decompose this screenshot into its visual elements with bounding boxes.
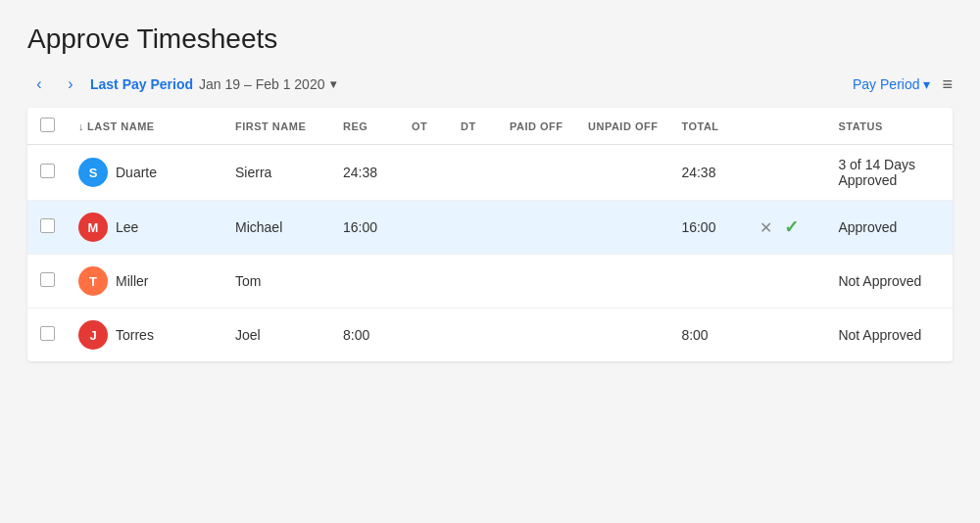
paid-off-cell <box>498 201 576 255</box>
period-selector[interactable]: Last Pay Period Jan 19 – Feb 1 2020 ▾ <box>90 76 336 92</box>
dt-cell <box>449 309 498 362</box>
unpaid-off-cell <box>576 309 669 362</box>
row-checkbox[interactable] <box>40 272 55 287</box>
approve-icon[interactable]: ✓ <box>784 216 799 238</box>
last-name-value: Torres <box>116 327 154 343</box>
next-period-button[interactable]: › <box>59 72 82 96</box>
first-name-cell: Tom <box>223 255 331 309</box>
total-header: TOTAL <box>669 108 748 145</box>
row-checkbox[interactable] <box>40 218 55 233</box>
unpaid-off-cell <box>576 255 669 309</box>
row-checkbox-cell <box>27 309 67 362</box>
page-container: Approve Timesheets ‹ › Last Pay Period J… <box>0 0 980 523</box>
table-row: TMillerTomNot Approved <box>27 255 953 309</box>
last-name-cell: TMiller <box>67 255 223 309</box>
filter-button[interactable]: ≡ <box>942 74 953 95</box>
actions-cell <box>748 145 826 201</box>
row-checkbox-cell <box>27 201 67 255</box>
period-name: Last Pay Period <box>90 76 193 92</box>
dt-cell <box>449 201 498 255</box>
toolbar-right: Pay Period ▾ ≡ <box>853 74 953 95</box>
ot-header: OT <box>400 108 449 145</box>
last-name-cell: JTorres <box>67 309 223 362</box>
last-name-cell: SDuarte <box>67 145 223 201</box>
status-cell: 3 of 14 Days Approved <box>826 145 953 201</box>
dt-cell <box>449 255 498 309</box>
ot-cell <box>400 309 449 362</box>
dt-header: DT <box>449 108 498 145</box>
status-cell: Approved <box>826 201 953 255</box>
paid-off-cell <box>498 309 576 362</box>
row-checkbox[interactable] <box>40 326 55 341</box>
row-checkbox[interactable] <box>40 164 55 178</box>
first-name-header: FIRST NAME <box>223 108 331 145</box>
actions-cell <box>748 255 826 309</box>
actions-header <box>748 108 826 145</box>
reg-cell <box>331 255 400 309</box>
actions-cell <box>748 309 826 362</box>
first-name-cell: Joel <box>223 309 331 362</box>
status-header: STATUS <box>826 108 953 145</box>
reg-cell: 8:00 <box>331 309 400 362</box>
page-title: Approve Timesheets <box>27 24 953 55</box>
reg-cell: 24:38 <box>331 145 400 201</box>
status-cell: Not Approved <box>826 309 953 362</box>
timesheets-table-container: ↓LAST NAME FIRST NAME REG OT DT PAID OFF… <box>27 108 953 361</box>
status-badge: Not Approved <box>838 327 921 343</box>
dt-cell <box>449 145 498 201</box>
status-badge: 3 of 14 Days Approved <box>838 157 915 188</box>
toolbar: ‹ › Last Pay Period Jan 19 – Feb 1 2020 … <box>27 72 953 96</box>
table-row: SDuarteSierra24:3824:383 of 14 Days Appr… <box>27 145 953 201</box>
status-badge: Not Approved <box>838 273 921 289</box>
toolbar-left: ‹ › Last Pay Period Jan 19 – Feb 1 2020 … <box>27 72 336 96</box>
last-name-value: Miller <box>116 273 148 289</box>
avatar: J <box>78 320 108 350</box>
unpaid-off-header: UNPAID OFF <box>576 108 669 145</box>
ot-cell <box>400 145 449 201</box>
pay-period-label: Pay Period <box>853 76 919 92</box>
total-cell: 8:00 <box>669 309 748 362</box>
last-name-header[interactable]: ↓LAST NAME <box>67 108 223 145</box>
paid-off-header: PAID OFF <box>498 108 576 145</box>
ot-cell <box>400 201 449 255</box>
prev-period-button[interactable]: ‹ <box>27 72 51 96</box>
total-cell <box>669 255 748 309</box>
total-cell: 16:00 <box>669 201 748 255</box>
reg-header: REG <box>331 108 400 145</box>
status-cell: Not Approved <box>826 255 953 309</box>
last-name-value: Lee <box>116 219 138 235</box>
avatar: T <box>78 266 108 296</box>
reg-cell: 16:00 <box>331 201 400 255</box>
avatar: M <box>78 213 108 242</box>
table-row: MLeeMichael16:0016:00✕✓Approved <box>27 201 953 255</box>
actions-cell: ✕✓ <box>748 201 826 255</box>
pay-period-button[interactable]: Pay Period ▾ <box>853 76 930 92</box>
reject-icon[interactable]: ✕ <box>760 218 772 237</box>
paid-off-cell <box>498 255 576 309</box>
table-body: SDuarteSierra24:3824:383 of 14 Days Appr… <box>27 145 953 362</box>
row-checkbox-cell <box>27 255 67 309</box>
total-cell: 24:38 <box>669 145 748 201</box>
table-row: JTorresJoel8:008:00Not Approved <box>27 309 953 362</box>
ot-cell <box>400 255 449 309</box>
first-name-cell: Michael <box>223 201 331 255</box>
unpaid-off-cell <box>576 145 669 201</box>
period-chevron-icon: ▾ <box>330 77 336 91</box>
paid-off-cell <box>498 145 576 201</box>
last-name-cell: MLee <box>67 201 223 255</box>
select-all-header <box>27 108 67 145</box>
select-all-checkbox[interactable] <box>40 118 55 132</box>
timesheets-table: ↓LAST NAME FIRST NAME REG OT DT PAID OFF… <box>27 108 953 361</box>
table-header: ↓LAST NAME FIRST NAME REG OT DT PAID OFF… <box>27 108 953 145</box>
last-name-value: Duarte <box>116 165 157 180</box>
avatar: S <box>78 158 108 187</box>
status-badge: Approved <box>838 219 897 235</box>
sort-arrow-icon: ↓ <box>78 120 84 132</box>
pay-period-chevron-icon: ▾ <box>923 76 930 92</box>
unpaid-off-cell <box>576 201 669 255</box>
period-dates: Jan 19 – Feb 1 2020 <box>199 76 324 92</box>
row-checkbox-cell <box>27 145 67 201</box>
first-name-cell: Sierra <box>223 145 331 201</box>
header-row: ↓LAST NAME FIRST NAME REG OT DT PAID OFF… <box>27 108 953 145</box>
